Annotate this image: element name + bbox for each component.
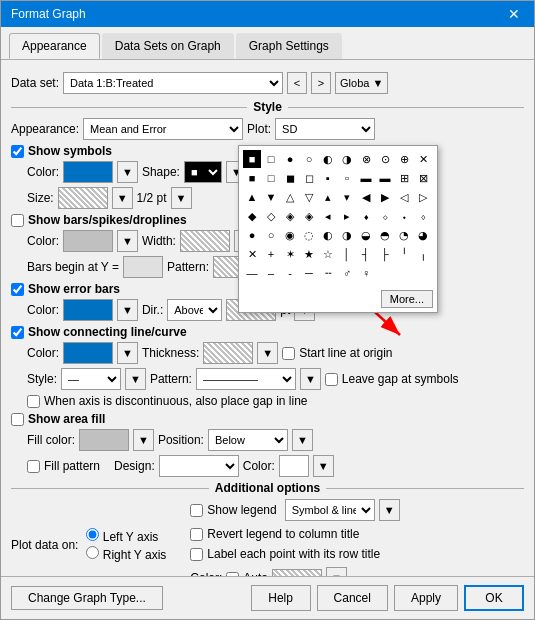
symbol-cell[interactable]: □ xyxy=(262,150,280,168)
symbol-cell[interactable]: │ xyxy=(338,245,356,263)
symbol-cell[interactable]: ◐ xyxy=(319,226,337,244)
area-position-dropdown[interactable]: ▼ xyxy=(292,429,313,451)
symbol-cell[interactable]: ▾ xyxy=(338,188,356,206)
symbols-shape-select[interactable]: ■ xyxy=(184,161,222,183)
symbol-cell[interactable]: ⬨ xyxy=(414,207,432,225)
symbol-cell[interactable]: ⊞ xyxy=(395,169,413,187)
symbol-cell[interactable]: ♀ xyxy=(357,264,375,282)
symbol-cell[interactable]: ▫ xyxy=(338,169,356,187)
area-color-input[interactable] xyxy=(279,455,309,477)
symbol-cell[interactable]: ■ xyxy=(243,150,261,168)
tab-appearance[interactable]: Appearance xyxy=(9,33,100,59)
size-dropdown[interactable]: ▼ xyxy=(112,187,133,209)
symbol-cell[interactable] xyxy=(376,264,394,282)
fill-pattern-checkbox[interactable] xyxy=(27,460,40,473)
revert-legend-checkbox[interactable] xyxy=(190,528,203,541)
dataset-select[interactable]: Data 1:B:Treated xyxy=(63,72,283,94)
appearance-select[interactable]: Mean and Error xyxy=(83,118,243,140)
symbol-cell[interactable]: ■ xyxy=(243,169,261,187)
symbol-cell[interactable]: ◒ xyxy=(357,226,375,244)
symbol-line-select[interactable]: Symbol & line xyxy=(285,499,375,521)
symbol-cell[interactable]: ◓ xyxy=(376,226,394,244)
show-legend-checkbox[interactable] xyxy=(190,504,203,517)
symbol-cell[interactable]: – xyxy=(262,264,280,282)
symbol-cell[interactable]: ○ xyxy=(300,150,318,168)
symbol-cell[interactable]: ▬ xyxy=(357,169,375,187)
symbol-cell[interactable]: — xyxy=(243,264,261,282)
design-select[interactable] xyxy=(159,455,239,477)
symbol-cell[interactable]: ◁ xyxy=(395,188,413,206)
symbol-cell[interactable]: ◇ xyxy=(262,207,280,225)
area-color-dropdown[interactable]: ▼ xyxy=(313,455,334,477)
symbol-cell[interactable]: ◌ xyxy=(300,226,318,244)
show-bars-checkbox[interactable] xyxy=(11,214,24,227)
symbol-cell[interactable]: ◑ xyxy=(338,226,356,244)
symbol-cell[interactable]: ▽ xyxy=(300,188,318,206)
tab-datasets[interactable]: Data Sets on Graph xyxy=(102,33,234,59)
symbol-cell[interactable]: ▼ xyxy=(262,188,280,206)
bars-color-button[interactable] xyxy=(63,230,113,252)
symbol-cell[interactable]: □ xyxy=(262,169,280,187)
left-y-radio[interactable] xyxy=(86,528,99,541)
bars-color-dropdown[interactable]: ▼ xyxy=(117,230,138,252)
connecting-pattern-select[interactable]: ————— xyxy=(196,368,296,390)
change-graph-type-button[interactable]: Change Graph Type... xyxy=(11,586,163,610)
symbol-cell[interactable]: ╌ xyxy=(319,264,337,282)
symbol-cell[interactable] xyxy=(414,264,432,282)
symbol-cell[interactable]: ─ xyxy=(300,264,318,282)
connecting-style-dropdown[interactable]: ▼ xyxy=(125,368,146,390)
symbol-cell[interactable]: ⊠ xyxy=(414,169,432,187)
symbol-cell[interactable]: ✕ xyxy=(414,150,432,168)
symbol-cell[interactable]: ▶ xyxy=(376,188,394,206)
connecting-color-button[interactable] xyxy=(63,342,113,364)
symbol-cell[interactable]: ◀ xyxy=(357,188,375,206)
symbol-cell[interactable]: ╵ xyxy=(395,245,413,263)
symbol-cell[interactable]: ⬦ xyxy=(376,207,394,225)
symbol-cell[interactable]: ◆ xyxy=(243,207,261,225)
symbol-cell[interactable]: ○ xyxy=(262,226,280,244)
discontinuous-checkbox[interactable] xyxy=(27,395,40,408)
symbol-cell[interactable]: ├ xyxy=(376,245,394,263)
symbol-cell[interactable]: ▬ xyxy=(376,169,394,187)
show-error-checkbox[interactable] xyxy=(11,283,24,296)
symbol-cell[interactable]: ▸ xyxy=(338,207,356,225)
connecting-color-dropdown[interactable]: ▼ xyxy=(117,342,138,364)
symbol-cell[interactable]: ◈ xyxy=(281,207,299,225)
area-position-select[interactable]: Below xyxy=(208,429,288,451)
ok-button[interactable]: OK xyxy=(464,585,524,611)
symbol-cell[interactable]: ╷ xyxy=(414,245,432,263)
dataset-prev-button[interactable]: < xyxy=(287,72,307,94)
symbol-cell[interactable]: ✕ xyxy=(243,245,261,263)
error-color-dropdown[interactable]: ▼ xyxy=(117,299,138,321)
symbol-cell[interactable]: ◈ xyxy=(300,207,318,225)
symbol-cell[interactable]: ⊕ xyxy=(395,150,413,168)
error-dir-select[interactable]: Above xyxy=(167,299,222,321)
symbol-cell[interactable]: ◔ xyxy=(395,226,413,244)
apply-button[interactable]: Apply xyxy=(394,585,458,611)
symbols-color-button[interactable] xyxy=(63,161,113,183)
show-area-checkbox[interactable] xyxy=(11,413,24,426)
symbol-cell[interactable]: ▷ xyxy=(414,188,432,206)
plot-select[interactable]: SD xyxy=(275,118,375,140)
label-each-checkbox[interactable] xyxy=(190,548,203,561)
global-button[interactable]: Globa ▼ xyxy=(335,72,388,94)
symbol-cell[interactable]: ◐ xyxy=(319,150,337,168)
symbol-cell[interactable]: ▲ xyxy=(243,188,261,206)
symbol-cell[interactable]: ✶ xyxy=(281,245,299,263)
symbol-cell[interactable]: + xyxy=(262,245,280,263)
symbol-cell[interactable]: ⬧ xyxy=(357,207,375,225)
symbol-cell[interactable]: ⊗ xyxy=(357,150,375,168)
symbol-cell[interactable]: ● xyxy=(281,150,299,168)
symbol-cell[interactable]: ☆ xyxy=(319,245,337,263)
close-button[interactable]: ✕ xyxy=(504,7,524,21)
symbol-cell[interactable]: ◕ xyxy=(414,226,432,244)
leave-gap-checkbox[interactable] xyxy=(325,373,338,386)
symbol-cell[interactable] xyxy=(395,264,413,282)
connecting-style-select[interactable]: — xyxy=(61,368,121,390)
more-symbols-button[interactable]: More... xyxy=(381,290,433,308)
symbol-cell[interactable]: ┤ xyxy=(357,245,375,263)
connecting-thickness-dropdown[interactable]: ▼ xyxy=(257,342,278,364)
symbols-color-dropdown[interactable]: ▼ xyxy=(117,161,138,183)
right-y-radio[interactable] xyxy=(86,546,99,559)
error-color-button[interactable] xyxy=(63,299,113,321)
